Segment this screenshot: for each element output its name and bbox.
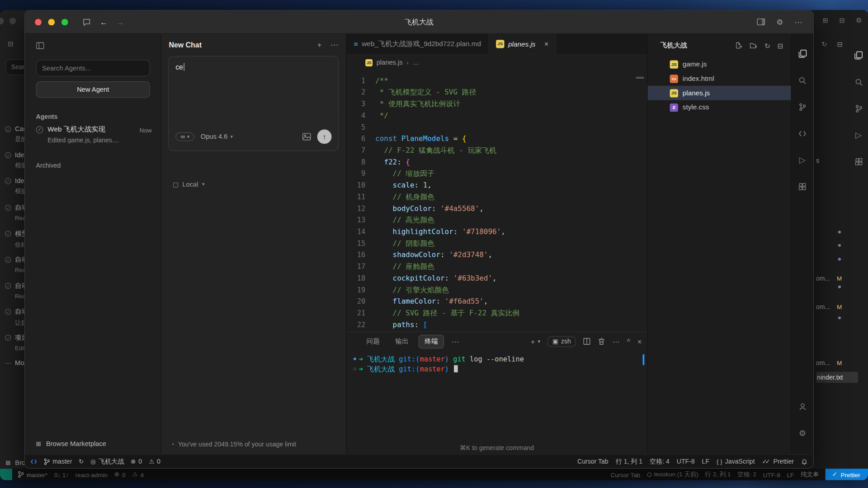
bg-status-branch[interactable]: master* [18, 471, 47, 478]
sidebar-toggle-icon[interactable] [36, 42, 44, 52]
new-file-icon[interactable] [735, 42, 742, 49]
context-selector[interactable]: ▢ Local ▾ [173, 180, 205, 188]
search-icon[interactable] [850, 69, 867, 95]
source-control-icon[interactable] [850, 95, 867, 122]
status-notifications[interactable] [801, 458, 808, 465]
code-line[interactable]: 2 * 飞机模型定义 - SVG 路径 [347, 86, 647, 98]
send-button[interactable]: ↑ [317, 130, 332, 144]
status-project[interactable]: ◎飞机大战 [90, 457, 124, 465]
code-line[interactable]: 11 // 机身颜色 [347, 191, 647, 202]
bg-status-problems-warnings[interactable]: ⚠4 [132, 471, 144, 478]
status-indentation[interactable]: 空格: 4 [650, 457, 670, 465]
extensions-icon[interactable] [792, 173, 813, 200]
more-icon[interactable]: ⋯ [794, 18, 802, 27]
status-problems-errors[interactable]: ⊗0 [131, 458, 142, 465]
model-selector[interactable]: Opus 4.6 ▾ [201, 133, 233, 141]
terminal-output[interactable]: ●➜ 飞机大战 git:(master) git log --oneline○➜… [347, 351, 647, 454]
code-line[interactable]: 16 shadowColor: '#2d3748', [347, 249, 647, 261]
code-line[interactable]: 13 // 高光颜色 [347, 214, 647, 226]
close-window-button[interactable] [35, 19, 42, 25]
bg-chat-item[interactable]: ✓Ide根据 [5, 150, 24, 176]
status-formatter[interactable]: ✓✓Prettier [762, 458, 793, 465]
bg-chat-item[interactable]: ✓自动Rea [5, 253, 24, 280]
bg-status-sync-counts[interactable]: 0↓ 1↑ [54, 471, 69, 478]
archived-section-label[interactable]: Archived [36, 162, 61, 169]
chat-input[interactable]: ce [175, 63, 331, 71]
terminal-dropdown-icon[interactable]: ▾ [538, 338, 541, 344]
code-line[interactable]: 1/** [347, 75, 647, 86]
status-encoding[interactable]: UTF-8 [677, 458, 695, 465]
bg-chat-item[interactable]: ⋯Mo... [5, 357, 24, 384]
bg-status-eol[interactable]: LF [787, 471, 794, 478]
status-sync[interactable]: ↻ [79, 458, 84, 465]
bg-sidebar-toggle-icon[interactable]: ⊟ [8, 40, 13, 47]
bg-status-problems-errors[interactable]: ⊗0 [114, 471, 126, 478]
split-terminal-icon[interactable] [583, 338, 591, 345]
explorer-file-style.css[interactable]: #style.css [648, 100, 791, 115]
code-line[interactable]: 22 paths: [ [347, 319, 647, 330]
bg-chat-item[interactable]: ✓项目Edit [5, 331, 24, 357]
bg-chat-item[interactable]: ✓自动Rea [5, 202, 24, 228]
code-line[interactable]: 14 highlightColor: '#718096', [347, 226, 647, 238]
code-line[interactable]: 19 // 引擎火焰颜色 [347, 284, 647, 296]
bg-chat-item[interactable]: ✓自动Rea [5, 279, 24, 305]
forward-icon[interactable]: → [116, 18, 124, 27]
trash-icon[interactable] [598, 338, 605, 345]
bg-status-indentation[interactable]: 空格: 2 [737, 470, 756, 479]
run-debug-icon[interactable]: ▷ [792, 146, 813, 173]
panel-more-icon[interactable]: ⋯ [452, 337, 459, 345]
code-line[interactable]: 4 */ [347, 109, 647, 121]
close-icon[interactable]: × [544, 40, 548, 48]
code-line[interactable]: 21 // SVG 路径 - 基于 F-22 真实比例 [347, 307, 647, 319]
infinity-mode-selector[interactable]: ∞ ▾ [175, 132, 194, 141]
breadcrumb-file[interactable]: planes.js [377, 59, 403, 66]
tab-web_飞机大战游戏_9d2bd722.plan.md[interactable]: ≡web_飞机大战游戏_9d2bd722.plan.md [347, 34, 489, 54]
remote-icon[interactable] [792, 120, 813, 147]
terminal-more-icon[interactable]: ⋯ [613, 337, 620, 345]
status-branch[interactable]: master [44, 458, 72, 465]
bg-status-blame[interactable]: leookun (1 天前) [647, 470, 698, 479]
bg-chat-item[interactable]: ✓Ide根据 [5, 175, 24, 202]
bg-status-project[interactable]: react-admin [75, 471, 108, 478]
code-line[interactable]: 18 cockpitColor: '#63b3ed', [347, 272, 647, 284]
chat-input-card[interactable]: ce ∞ ▾ Opus 4.6 ▾ [168, 56, 339, 151]
chat-more-icon[interactable]: ⋯ [330, 40, 338, 49]
agents-search-input[interactable] [36, 60, 150, 76]
account-icon[interactable] [792, 394, 813, 420]
bg-status-language[interactable]: 纯文本 [801, 470, 819, 479]
terminal-tab-输出[interactable]: 输出 [390, 335, 414, 347]
status-language[interactable]: { }JavaScript [717, 458, 755, 465]
status-problems-warnings[interactable]: ⚠0 [149, 458, 160, 465]
terminal-tab-终端[interactable]: 终端 [419, 334, 444, 348]
title-bar[interactable]: ← → 飞机大战 ⚙ ⋯ [25, 10, 813, 33]
code-line[interactable]: 17 // 座舱颜色 [347, 261, 647, 272]
bg-status-cursor-position[interactable]: 行 2, 列 1 [705, 470, 731, 479]
code-line[interactable]: 10 scale: 1, [347, 179, 647, 191]
code-line[interactable]: 3 * 使用真实飞机比例设计 [347, 98, 647, 110]
back-icon[interactable]: ← [99, 18, 107, 27]
terminal-tab-问题[interactable]: 问题 [361, 335, 385, 347]
code-line[interactable]: 6const PlaneModels = { [347, 133, 647, 145]
copy-files-icon[interactable] [850, 42, 867, 69]
bg-chat-item[interactable]: ✓Cas是的 [5, 123, 24, 150]
scrollbar-thumb[interactable] [636, 77, 644, 79]
search-icon[interactable] [792, 67, 813, 94]
breadcrumb[interactable]: JS planes.js › … [347, 55, 647, 70]
code-line[interactable]: 15 // 阴影颜色 [347, 237, 647, 249]
code-line[interactable]: 8 f22: { [347, 156, 647, 168]
settings-gear-icon[interactable]: ⚙ [776, 18, 783, 27]
new-agent-button[interactable]: New Agent [36, 81, 150, 98]
explorer-file-index.html[interactable]: <>index.html [648, 71, 791, 86]
bg-status-encoding[interactable]: UTF-8 [763, 471, 780, 478]
source-control-icon[interactable] [792, 94, 813, 120]
status-remote[interactable] [30, 458, 37, 464]
extensions-icon[interactable] [850, 148, 867, 175]
minimize-window-button[interactable] [48, 19, 55, 25]
code-line[interactable]: 5 [347, 121, 647, 133]
new-chat-icon[interactable]: + [317, 40, 321, 49]
code-line[interactable]: 20 flameColor: '#f6ad55', [347, 296, 647, 307]
code-editor[interactable]: 1/**2 * 飞机模型定义 - SVG 路径3 * 使用真实飞机比例设计4 *… [347, 70, 647, 332]
tab-planes.js[interactable]: JSplanes.js× [489, 34, 556, 54]
explorer-file-game.js[interactable]: JSgame.js [648, 57, 791, 71]
prettier-badge[interactable]: ✓ Prettier [826, 469, 868, 480]
